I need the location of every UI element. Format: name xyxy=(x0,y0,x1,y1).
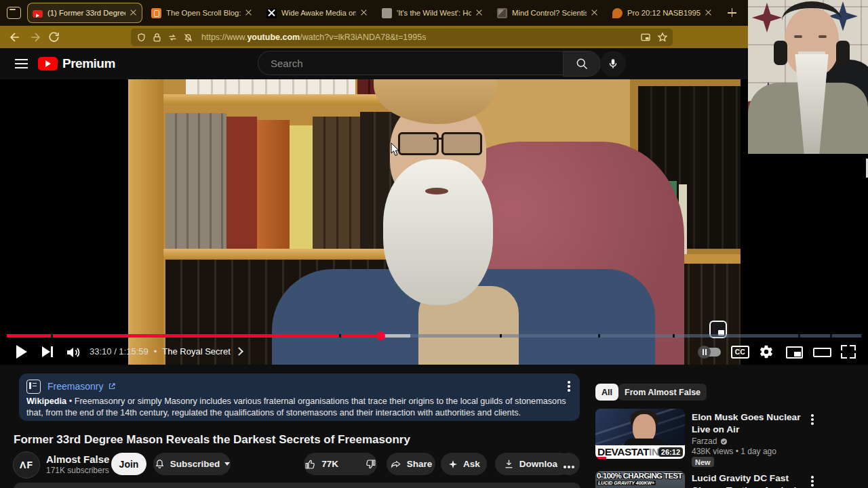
notifications-blocked-icon[interactable] xyxy=(183,33,193,43)
tab-close-icon[interactable] xyxy=(705,9,712,16)
thumbs-down-icon xyxy=(364,458,376,470)
settings-gear-icon[interactable] xyxy=(759,344,774,359)
wikipedia-link[interactable]: Freemasonry xyxy=(47,381,116,392)
channel-name[interactable]: Almost False xyxy=(46,453,109,465)
tab-close-icon[interactable] xyxy=(476,9,483,16)
tab-title: (1) Former 33rd Degree Mas xyxy=(47,9,125,17)
youtube-premium-logo[interactable]: Premium xyxy=(62,56,115,71)
tab-youtube[interactable]: (1) Former 33rd Degree Mas xyxy=(27,3,142,23)
tab-mindcontrol[interactable]: Mind Control? Scientists Ha xyxy=(492,3,604,23)
tab-x[interactable]: Wide Awake Media on X: "" xyxy=(261,3,373,23)
chapter-bullet: • xyxy=(154,346,157,357)
time-display: 33:10 / 1:15:59 xyxy=(90,346,149,357)
chapter-chevron-icon[interactable] xyxy=(235,347,243,356)
youtube-favicon xyxy=(33,10,43,18)
progress-bar[interactable] xyxy=(7,334,861,338)
recommended-channel-1[interactable]: Farzad xyxy=(692,436,728,446)
picture-in-picture-icon[interactable] xyxy=(640,32,650,42)
tab-blog[interactable]: The Open Scroll Blog: Series xyxy=(146,3,258,23)
video-title: Former 33rd Degree Mason Reveals the Dar… xyxy=(14,433,576,447)
tab-close-icon[interactable] xyxy=(245,9,252,16)
address-bar[interactable]: https://www.youtube.com/watch?v=lkR3iAND… xyxy=(131,28,673,46)
youtube-logo-icon[interactable] xyxy=(38,57,58,70)
filter-chip-channel[interactable]: From Almost False xyxy=(618,384,707,401)
permissions-icon[interactable] xyxy=(167,33,178,43)
tab-close-icon[interactable] xyxy=(591,9,598,16)
menu-icon[interactable] xyxy=(15,59,28,68)
url-text: https://www.youtube.com/watch?v=lkR3iAND… xyxy=(201,33,426,42)
captions-button[interactable]: CC xyxy=(731,346,749,359)
shield-icon[interactable] xyxy=(136,33,146,43)
share-label: Share xyxy=(407,459,433,469)
like-count: 77K xyxy=(321,459,338,469)
new-tab-button[interactable] xyxy=(726,6,739,20)
voice-search-button[interactable] xyxy=(600,51,626,77)
played-bar xyxy=(7,334,381,338)
reload-button[interactable] xyxy=(47,30,61,44)
url-prefix: https://www. xyxy=(201,33,247,42)
download-label: Download xyxy=(519,459,564,469)
mouse-cursor xyxy=(391,142,401,157)
tab-bible[interactable]: Pro 20:12 NASB1995;ESV - T xyxy=(607,3,717,23)
dislike-button[interactable] xyxy=(356,453,384,475)
next-button[interactable] xyxy=(39,339,57,365)
bookmark-star-icon[interactable] xyxy=(657,32,667,42)
channel-avatar[interactable]: ΛF xyxy=(13,451,40,479)
article-icon xyxy=(26,380,41,394)
sparkle-icon xyxy=(448,459,458,470)
x-favicon xyxy=(267,8,277,18)
recommended-title-1[interactable]: Elon Musk Goes Nuclear Live on Air xyxy=(692,411,806,436)
share-button[interactable]: Share xyxy=(387,453,435,475)
video-player[interactable]: ΛF 33:10 / 1:15:59 • The Royal Secret CC xyxy=(0,79,868,365)
search-button[interactable] xyxy=(563,51,601,77)
volume-button[interactable] xyxy=(65,344,81,365)
tab-close-icon[interactable] xyxy=(361,9,368,16)
search-input[interactable] xyxy=(258,51,563,75)
subscriber-count: 171K subscribers xyxy=(46,466,109,475)
miniplayer-icon[interactable] xyxy=(786,346,803,359)
like-dislike-group: 77K xyxy=(304,453,377,475)
autoplay-toggle[interactable] xyxy=(699,348,721,357)
lock-icon[interactable] xyxy=(152,33,162,43)
subscribed-button[interactable]: Subscribed xyxy=(153,453,231,475)
fullscreen-icon[interactable] xyxy=(841,345,856,359)
ask-button[interactable]: Ask xyxy=(441,453,487,475)
microphone-icon xyxy=(607,58,619,70)
share-icon xyxy=(390,458,402,470)
scrubber-handle[interactable] xyxy=(376,331,385,340)
recommended-thumbnail-1[interactable]: DEVASTATING 26:12 xyxy=(595,409,685,459)
firefox-view-icon[interactable] xyxy=(7,7,21,19)
play-button[interactable] xyxy=(14,339,31,365)
more-actions-button[interactable] xyxy=(557,453,580,475)
bible-favicon xyxy=(612,8,623,18)
recommended-menu-icon-1[interactable] xyxy=(811,413,814,426)
info-panel-menu-icon[interactable] xyxy=(568,380,570,392)
bell-icon xyxy=(154,458,165,470)
url-path: /watch?v=lkR3iANDA78&t=1995s xyxy=(300,33,426,42)
recommended-title-2[interactable]: Lucid Gravity DC Fast Charge Testing, An… xyxy=(692,472,806,488)
tab-close-icon[interactable] xyxy=(130,9,137,16)
recommended-meta-1: 438K views • 1 day ago xyxy=(692,447,776,456)
screen: (1) Former 33rd Degree Mas The Open Scro… xyxy=(0,0,868,488)
webcam-overlay xyxy=(748,0,868,158)
chapter-button[interactable]: The Royal Secret xyxy=(162,346,230,357)
recommended-menu-icon-2[interactable] xyxy=(811,475,814,487)
tab-article[interactable]: 'It's the Wild West': How AI xyxy=(376,3,488,23)
theater-mode-icon[interactable] xyxy=(813,348,831,357)
back-button[interactable] xyxy=(8,30,22,44)
filter-chip-all[interactable]: All xyxy=(595,384,618,401)
verified-icon xyxy=(720,438,728,445)
info-panel-title: Freemasonry xyxy=(47,381,103,392)
join-button[interactable]: Join xyxy=(111,453,146,475)
watched-progress xyxy=(595,457,606,459)
ellipsis-icon xyxy=(563,466,575,468)
like-button[interactable]: 77K xyxy=(296,453,347,475)
recommended-thumbnail-2[interactable]: 0-100% CHARGING TEST LUCID GRAVITY 400KW… xyxy=(595,471,685,488)
page-favicon xyxy=(382,8,392,18)
info-source: Wikipedia xyxy=(26,396,66,406)
forward-button[interactable] xyxy=(28,30,42,44)
description-box[interactable] xyxy=(14,483,580,488)
search-icon xyxy=(575,57,589,70)
new-badge: New xyxy=(692,457,714,467)
speaker-beard xyxy=(383,159,493,305)
